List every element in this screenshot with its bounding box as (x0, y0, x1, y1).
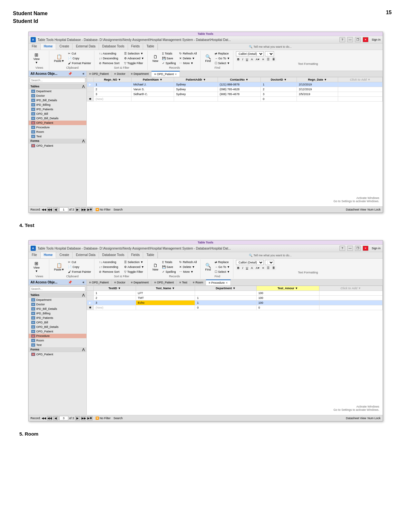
doc-tab2-room[interactable]: ≡ Room (190, 280, 206, 285)
nav-item2-ipd-bill-details[interactable]: ≡ IPD_Bill_Details (29, 307, 86, 311)
delete-btn[interactable]: ✕ Delete ▼ (178, 56, 198, 61)
tables-expand-icon-2[interactable]: ⋀ (82, 293, 84, 297)
tab-create[interactable]: Create (56, 44, 73, 50)
selection-btn[interactable]: ☰ Selection ▼ (123, 51, 145, 56)
doc-tab2-test[interactable]: ≡ Test (177, 280, 190, 285)
nav-item-doctor[interactable]: ≡ Doctor (29, 94, 86, 98)
cell-amount-1[interactable]: 100 (256, 291, 319, 296)
search-label-2[interactable]: Search (113, 417, 123, 420)
doc-tab2-doctor[interactable]: ≡ Doctor (112, 280, 128, 285)
advanced-btn[interactable]: ⚙ Advanced ▼ (123, 56, 145, 61)
cell-amount-new[interactable]: 0 (256, 305, 319, 310)
tab2-table[interactable]: Table (143, 252, 158, 258)
forms-expand-icon[interactable]: ⋀ (82, 139, 84, 143)
cell-doctor-2[interactable]: 2 (261, 87, 297, 92)
doc-tab-opd-patient-active[interactable]: ≡ OPD_Patient ✕ (152, 71, 180, 77)
col-test-amount[interactable]: Test_Amour ▼ (256, 286, 319, 291)
font-color-btn[interactable]: A (250, 57, 254, 62)
font-size-selector[interactable]: 11 (265, 51, 274, 56)
cell-test-id-3[interactable]: 3 (93, 300, 136, 305)
cell-regn-no-new[interactable]: (New) (93, 97, 131, 102)
cell-patient-addr-new[interactable] (174, 97, 218, 102)
nav-item2-opd-bill[interactable]: ≡ OPD_Bill (29, 320, 86, 325)
nav-item-opd-patient-form[interactable]: ≡ OPD_Patient (29, 143, 86, 148)
nav-item-test[interactable]: ≡ Test (29, 134, 86, 139)
tables-expand-icon[interactable]: ⋀ (82, 85, 84, 88)
selection-btn-2[interactable]: ☰ Selection ▼ (123, 260, 145, 264)
nav-collapse-icon-2[interactable]: « (83, 281, 84, 284)
cut-btn-2[interactable]: ✂ Cut (67, 260, 92, 264)
doc-tab2-opd-patient[interactable]: ≡ OPD_Patient (87, 280, 112, 285)
nav-item-ipd-billing[interactable]: ≡ IPD_Billing (29, 103, 86, 107)
doc-tab2-procedure[interactable]: ≡ Procedure ✕ (206, 280, 231, 285)
copy-btn[interactable]: 📄 Copy (67, 56, 92, 61)
tab2-create[interactable]: Create (56, 252, 73, 258)
nav-first-btn[interactable]: ◀◀ (47, 207, 52, 212)
tab2-home[interactable]: Home (41, 252, 56, 258)
record-number-input[interactable] (59, 207, 68, 212)
paste-btn[interactable]: 📋 Paste▼ (53, 54, 66, 64)
table-row-2-new[interactable]: ✱ (New) 0 0 (87, 305, 382, 310)
bold-btn-2[interactable]: B (236, 266, 241, 270)
cell-contact-1[interactable]: (121) 888-0878 (218, 82, 261, 87)
tab-database-tools[interactable]: Database Tools (99, 44, 128, 50)
save-btn-2[interactable]: 💾 Save (161, 265, 177, 269)
help-btn[interactable]: ? (339, 37, 345, 42)
view-btn[interactable]: ⊞ View ▼ (32, 52, 41, 65)
delete-btn-2[interactable]: ✕ Delete ▼ (178, 265, 198, 269)
col-test-id[interactable]: TestID ▼ (93, 286, 136, 291)
highlight-btn[interactable]: A▾ (255, 57, 261, 62)
advanced-btn-2[interactable]: ⚙ Advanced ▼ (123, 265, 145, 269)
cell-amount-3[interactable]: 100 (256, 300, 319, 305)
doc-tab-opd-patient-1[interactable]: ≡ OPD_Patient (87, 71, 112, 77)
cell-patient-addr-2[interactable]: Sydney (174, 87, 218, 92)
minimize-btn-2[interactable]: — (347, 246, 353, 251)
cell-patient-addr-3[interactable]: Sydney (174, 92, 218, 97)
cell-test-name-3[interactable]: Echo (136, 300, 195, 305)
refresh-btn-2[interactable]: ↻ Refresh All (178, 260, 198, 264)
table-row-2-3[interactable]: ▶ 3 Echo 1 100 (87, 300, 382, 305)
cell-test-id-2[interactable]: 2 (93, 296, 136, 300)
cell-test-name-2[interactable]: TMT (136, 296, 195, 300)
cell-test-name-new[interactable] (136, 305, 195, 310)
font-color-btn-2[interactable]: A (250, 266, 254, 270)
remove-sort-btn-2[interactable]: ⊘ Remove Sort (98, 270, 121, 274)
nav-pin-icon-2[interactable]: 📌 (68, 281, 72, 284)
cell-doctor-1[interactable]: 1 (261, 82, 297, 87)
cell-dept-2[interactable]: 1 (195, 296, 256, 300)
totals-btn-2[interactable]: Σ Totals (161, 260, 177, 264)
tab-home[interactable]: Home (41, 44, 56, 50)
find-btn-2[interactable]: 🔍 Find (204, 262, 213, 272)
cell-test-name-1[interactable]: LFT (136, 291, 195, 296)
cell-amount-2[interactable]: 100 (256, 296, 319, 300)
toggle-filter-btn-2[interactable]: ▽ Toggle Filter (123, 270, 145, 274)
col-regn-no[interactable]: Regn_NO ▼ (93, 77, 131, 82)
nav-first-btn-2[interactable]: ◀◀ (47, 416, 52, 420)
nav-next-btn-2[interactable]: ▶ (75, 416, 80, 420)
tab2-fields[interactable]: Fields (128, 252, 143, 258)
tab-external-data[interactable]: External Data (73, 44, 99, 50)
cell-doctor-new[interactable]: 0 (261, 97, 297, 102)
cell-regn-date-new[interactable] (297, 97, 338, 102)
nav-item-ipd-bill-details[interactable]: ≡ IPD_Bill_Details (29, 98, 86, 103)
table-row-new[interactable]: ✱ (New) 0 (87, 97, 382, 102)
nav-item2-opd-bill-details[interactable]: ≡ OPD_Bill_Details (29, 325, 86, 329)
tell-me-text[interactable]: Tell me what you want to do... (253, 45, 292, 48)
restore-btn[interactable]: ❐ (355, 37, 361, 42)
nav-last-btn[interactable]: ▶▶ (81, 207, 86, 212)
format-painter-btn-2[interactable]: 🖌 Format Painter (67, 270, 92, 274)
cell-contact-3[interactable]: (908) 785-4678 (218, 92, 261, 97)
align-right-btn[interactable]: ≣ (271, 57, 276, 62)
nav-item2-doctor[interactable]: ≡ Doctor (29, 302, 86, 307)
col-click-to-add-2[interactable]: Click to Add ▼ (319, 286, 382, 291)
nav-item-ipd-patients[interactable]: ≡ IPD_Patients (29, 107, 86, 112)
doc-tab-close-icon[interactable]: ✕ (175, 73, 177, 76)
more-btn-2[interactable]: ⋯ More ▼ (178, 270, 198, 274)
sign-in-2[interactable]: Sign in (372, 247, 381, 250)
table-row[interactable]: 3 Sidharth C. Sydney (908) 785-4678 3 2/… (87, 92, 382, 97)
cell-regn-date-1[interactable]: 2/13/2019 (297, 82, 338, 87)
sign-in[interactable]: Sign in (372, 38, 381, 41)
nav-next-btn[interactable]: ▶ (75, 207, 80, 212)
col-doctor-id[interactable]: DoctorID ▼ (261, 77, 297, 82)
nav-collapse-icon[interactable]: « (83, 72, 84, 75)
